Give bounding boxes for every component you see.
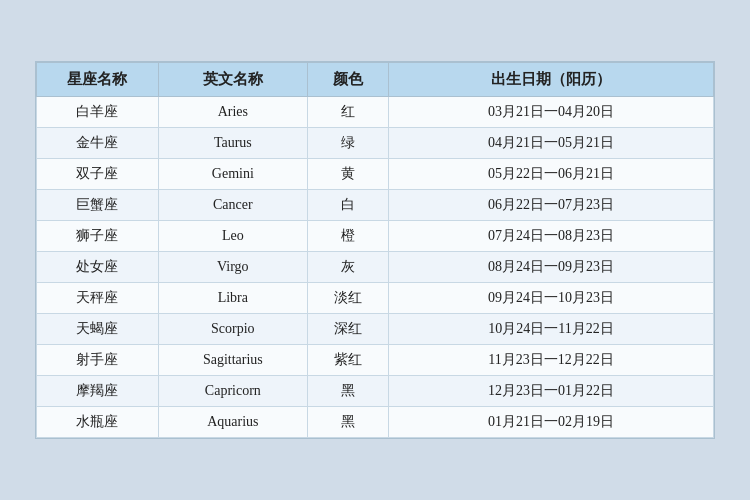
cell-cn: 天秤座 <box>37 283 159 314</box>
cell-date: 08月24日一09月23日 <box>389 252 714 283</box>
cell-color: 深红 <box>307 314 388 345</box>
table-row: 天秤座Libra淡红09月24日一10月23日 <box>37 283 714 314</box>
cell-color: 黄 <box>307 159 388 190</box>
cell-color: 黑 <box>307 376 388 407</box>
cell-date: 12月23日一01月22日 <box>389 376 714 407</box>
header-cn: 星座名称 <box>37 63 159 97</box>
cell-en: Libra <box>158 283 307 314</box>
cell-date: 04月21日一05月21日 <box>389 128 714 159</box>
cell-date: 01月21日一02月19日 <box>389 407 714 438</box>
table-row: 金牛座Taurus绿04月21日一05月21日 <box>37 128 714 159</box>
cell-en: Leo <box>158 221 307 252</box>
cell-color: 橙 <box>307 221 388 252</box>
cell-date: 10月24日一11月22日 <box>389 314 714 345</box>
table-row: 水瓶座Aquarius黑01月21日一02月19日 <box>37 407 714 438</box>
table-row: 巨蟹座Cancer白06月22日一07月23日 <box>37 190 714 221</box>
table-row: 天蝎座Scorpio深红10月24日一11月22日 <box>37 314 714 345</box>
cell-cn: 摩羯座 <box>37 376 159 407</box>
table-row: 摩羯座Capricorn黑12月23日一01月22日 <box>37 376 714 407</box>
header-color: 颜色 <box>307 63 388 97</box>
cell-en: Virgo <box>158 252 307 283</box>
header-en: 英文名称 <box>158 63 307 97</box>
cell-date: 11月23日一12月22日 <box>389 345 714 376</box>
cell-color: 白 <box>307 190 388 221</box>
cell-cn: 白羊座 <box>37 97 159 128</box>
table-row: 处女座Virgo灰08月24日一09月23日 <box>37 252 714 283</box>
cell-cn: 巨蟹座 <box>37 190 159 221</box>
cell-cn: 处女座 <box>37 252 159 283</box>
zodiac-table: 星座名称 英文名称 颜色 出生日期（阳历） 白羊座Aries红03月21日一04… <box>36 62 714 438</box>
cell-en: Aquarius <box>158 407 307 438</box>
cell-cn: 金牛座 <box>37 128 159 159</box>
cell-color: 灰 <box>307 252 388 283</box>
table-header-row: 星座名称 英文名称 颜色 出生日期（阳历） <box>37 63 714 97</box>
cell-color: 淡红 <box>307 283 388 314</box>
zodiac-table-container: 星座名称 英文名称 颜色 出生日期（阳历） 白羊座Aries红03月21日一04… <box>35 61 715 439</box>
cell-date: 09月24日一10月23日 <box>389 283 714 314</box>
cell-cn: 双子座 <box>37 159 159 190</box>
cell-cn: 射手座 <box>37 345 159 376</box>
table-row: 射手座Sagittarius紫红11月23日一12月22日 <box>37 345 714 376</box>
cell-en: Gemini <box>158 159 307 190</box>
cell-color: 紫红 <box>307 345 388 376</box>
table-row: 狮子座Leo橙07月24日一08月23日 <box>37 221 714 252</box>
cell-en: Scorpio <box>158 314 307 345</box>
cell-date: 06月22日一07月23日 <box>389 190 714 221</box>
cell-en: Aries <box>158 97 307 128</box>
cell-cn: 水瓶座 <box>37 407 159 438</box>
cell-en: Taurus <box>158 128 307 159</box>
cell-cn: 狮子座 <box>37 221 159 252</box>
table-row: 双子座Gemini黄05月22日一06月21日 <box>37 159 714 190</box>
cell-color: 黑 <box>307 407 388 438</box>
cell-cn: 天蝎座 <box>37 314 159 345</box>
cell-en: Cancer <box>158 190 307 221</box>
cell-color: 红 <box>307 97 388 128</box>
table-row: 白羊座Aries红03月21日一04月20日 <box>37 97 714 128</box>
cell-color: 绿 <box>307 128 388 159</box>
cell-date: 03月21日一04月20日 <box>389 97 714 128</box>
cell-en: Capricorn <box>158 376 307 407</box>
header-date: 出生日期（阳历） <box>389 63 714 97</box>
cell-en: Sagittarius <box>158 345 307 376</box>
cell-date: 07月24日一08月23日 <box>389 221 714 252</box>
cell-date: 05月22日一06月21日 <box>389 159 714 190</box>
